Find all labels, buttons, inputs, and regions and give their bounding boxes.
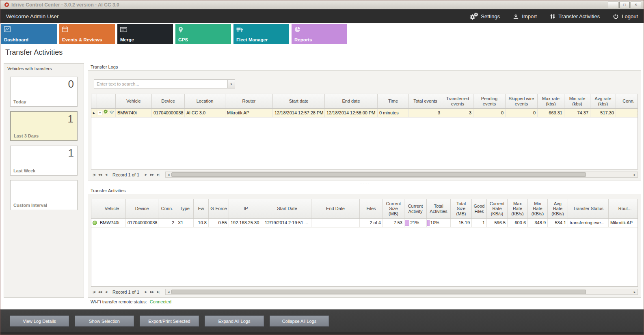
transfer-logs-title: Transfer Logs: [91, 64, 118, 69]
nav-tile-merge[interactable]: Merge: [117, 24, 173, 44]
scroll-right-icon[interactable]: ▶: [632, 173, 638, 176]
pager-next-page-button[interactable]: ▶▶: [149, 290, 155, 294]
nav-tile-gps[interactable]: GPS: [175, 24, 231, 44]
pager-prev-page-button[interactable]: ◀◀: [97, 290, 103, 294]
header-action-transfer-activities[interactable]: Transfer Activities: [550, 13, 600, 19]
pager-next-page-button[interactable]: ▶▶: [149, 173, 155, 176]
pager-next-button[interactable]: ▶: [143, 173, 149, 176]
scroll-track[interactable]: [171, 289, 632, 294]
table-row[interactable]: ▶+BMW740i017040000038Al CC 3.0Mikrotik A…: [91, 109, 638, 118]
minimize-button[interactable]: –: [608, 2, 618, 8]
column-header-type[interactable]: Type: [176, 199, 194, 218]
column-header-avg-rate-kbs[interactable]: Avg rate (kbs): [590, 94, 616, 108]
scroll-thumb[interactable]: [171, 290, 586, 294]
scroll-left-icon[interactable]: ◀: [166, 290, 171, 293]
column-header-ip[interactable]: IP: [229, 199, 263, 218]
column-header-good-files[interactable]: Good Files: [472, 199, 487, 218]
horizontal-scrollbar[interactable]: ◀▶: [165, 172, 638, 178]
column-header-pending-events[interactable]: Pending events: [473, 94, 506, 108]
column-header-time[interactable]: Time: [378, 94, 409, 108]
column-header-min-rate-kbs[interactable]: Min rate (kbs): [564, 94, 590, 108]
column-header-transfer-status[interactable]: Transfer Status: [568, 199, 609, 218]
column-header-device[interactable]: Device: [126, 199, 158, 218]
expand-plus-icon[interactable]: +: [98, 111, 102, 115]
column-header-fw[interactable]: Fw: [194, 199, 209, 218]
interval-card-custom-interval[interactable]: Custom Interval: [10, 180, 78, 210]
column-header-skipped-wire-events[interactable]: Skipped wire events: [506, 94, 538, 108]
view-log-details-button[interactable]: View Log Details: [10, 316, 69, 326]
card-count: 1: [68, 147, 74, 159]
column-header-device[interactable]: Device: [152, 94, 185, 108]
expand-all-logs-button[interactable]: Expand All Logs: [205, 316, 264, 326]
scroll-right-icon[interactable]: ▶: [632, 290, 638, 293]
search-input[interactable]: [94, 80, 227, 88]
header-action-settings[interactable]: Settings: [469, 13, 500, 20]
column-header-current-rate-kb-s[interactable]: Current Rate (KB/s): [487, 199, 508, 218]
pager-prev-button[interactable]: ◀: [103, 290, 109, 294]
pager-first-button[interactable]: |◀: [91, 173, 97, 176]
column-header-conn[interactable]: Conn.: [158, 199, 176, 218]
collapse-all-logs-button[interactable]: Collapse All Logs: [270, 316, 329, 326]
close-button[interactable]: ×: [631, 2, 641, 8]
header-action-label: Settings: [481, 13, 500, 19]
column-header-total-events[interactable]: Total events: [409, 94, 442, 108]
column-header-start-date[interactable]: Start Date: [263, 199, 311, 218]
grid-cell: 348.9: [528, 219, 548, 227]
column-header-location[interactable]: Location: [185, 94, 225, 108]
column-header-current-size-mb[interactable]: Current Size (MB): [383, 199, 404, 218]
nav-tile-reports[interactable]: Reports: [292, 24, 347, 44]
nav-tile-fleet-manager[interactable]: Fleet Manager: [233, 24, 289, 44]
column-header-avg-rate-kb-s[interactable]: Avg Rate (KB/s): [548, 199, 568, 218]
column-header-max-rate-kbs[interactable]: Max rate (kbs): [538, 94, 564, 108]
scroll-track[interactable]: [171, 172, 632, 177]
header-action-import[interactable]: Import: [513, 13, 537, 19]
column-header-rout[interactable]: Rout...: [609, 199, 638, 218]
column-header-current-activity[interactable]: Current Activity: [404, 199, 427, 218]
progress-cell: 10%: [427, 219, 451, 227]
nav-tile-label: Dashboard: [4, 37, 28, 42]
column-header-end-date[interactable]: End date: [325, 94, 378, 108]
header-action-logout[interactable]: Logout: [613, 13, 638, 19]
column-header-min-rate-kb-s[interactable]: Min Rate (KB/s): [528, 199, 548, 218]
panel-splitter[interactable]: ······: [88, 182, 641, 186]
column-header-vehicle[interactable]: Vehicle: [98, 199, 126, 218]
export-print-selected-button[interactable]: Export/Print Selected: [140, 316, 199, 326]
column-header-transferred-events[interactable]: Transferred events: [442, 94, 473, 108]
grid-cell: [311, 219, 360, 227]
chevron-down-icon[interactable]: ▼: [227, 80, 235, 88]
pager-last-button[interactable]: ▶|: [155, 173, 161, 176]
horizontal-scrollbar[interactable]: ◀▶: [165, 289, 638, 295]
transfer-icon: [550, 13, 555, 19]
column-header-start-date[interactable]: Start date: [273, 94, 325, 108]
column-header-g-force[interactable]: G-Force: [209, 199, 229, 218]
interval-card-last-3-days[interactable]: 1Last 3 Days: [10, 111, 78, 141]
nav-tile-label: Fleet Manager: [236, 37, 268, 42]
show-selection-button[interactable]: Show Selection: [75, 316, 134, 326]
column-header-max-rate-kb-s[interactable]: Max Rate (KB/s): [508, 199, 528, 218]
column-header-conn[interactable]: Conn.: [616, 94, 638, 108]
pager-prev-page-button[interactable]: ◀◀: [97, 173, 103, 176]
column-header-vehicle[interactable]: Vehicle: [116, 94, 152, 108]
nav-tile-label: Events & Reviews: [62, 37, 102, 42]
maximize-button[interactable]: □: [619, 2, 630, 8]
table-row[interactable]: BMW740i0170400000382X110.80.55192.168.25…: [91, 219, 638, 228]
scroll-left-icon[interactable]: ◀: [166, 173, 171, 176]
nav-tile-events-reviews[interactable]: Events & Reviews: [59, 24, 115, 44]
scroll-thumb[interactable]: [171, 172, 586, 177]
pager-prev-button[interactable]: ◀: [103, 173, 109, 176]
column-header-files[interactable]: Files: [360, 199, 383, 218]
column-header-total-size-mb[interactable]: Total Size (MB): [451, 199, 472, 218]
power-icon: [613, 13, 619, 19]
grid-cell: 1: [616, 109, 638, 117]
interval-card-last-week[interactable]: 1Last Week: [10, 146, 78, 176]
nav-tile-dashboard[interactable]: Dashboard: [1, 24, 57, 44]
column-header-router[interactable]: Router: [225, 94, 273, 108]
pager-last-button[interactable]: ▶|: [155, 290, 161, 294]
pager-first-button[interactable]: |◀: [91, 290, 97, 294]
transfer-logs-pager: |◀◀◀◀Record 1 of 1▶▶▶▶|◀▶: [91, 171, 638, 178]
column-header-end-date[interactable]: End Date: [311, 199, 360, 218]
interval-card-today[interactable]: 0Today: [10, 77, 78, 107]
grid-cell: 596.5: [487, 219, 508, 227]
column-header-total-activities[interactable]: Total Activities: [427, 199, 451, 218]
pager-next-button[interactable]: ▶: [143, 290, 149, 294]
